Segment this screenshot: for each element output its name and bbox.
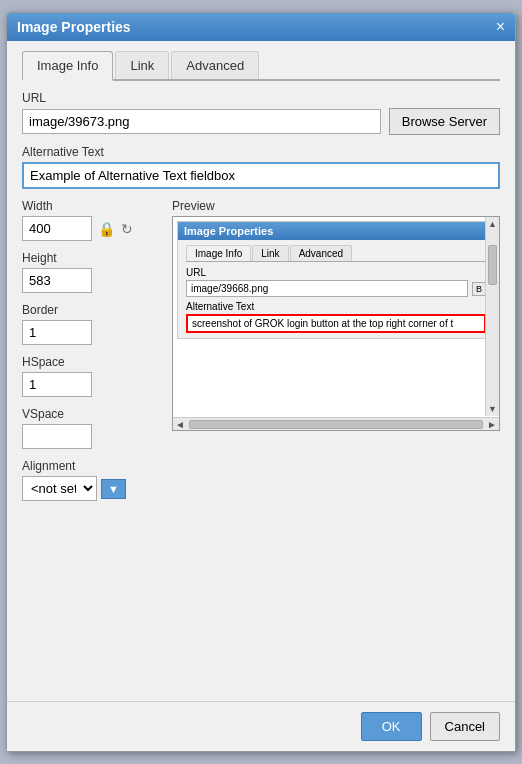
preview-alt-label: Alternative Text [186, 301, 486, 312]
alignment-dropdown-button[interactable]: ▼ [101, 479, 126, 499]
preview-mini-tab-link: Link [252, 245, 288, 261]
preview-vscrollbar[interactable]: ▲ ▼ [485, 217, 499, 416]
tab-image-info[interactable]: Image Info [22, 51, 113, 81]
height-label: Height [22, 251, 152, 265]
image-properties-dialog: Image Properties × Image Info Link Advan… [6, 12, 516, 752]
preview-browse-label: B [472, 282, 486, 296]
refresh-icon[interactable]: ↻ [121, 221, 133, 237]
border-input[interactable] [22, 320, 92, 345]
preview-url-label: URL [186, 267, 486, 278]
close-button[interactable]: × [496, 19, 505, 35]
url-label: URL [22, 91, 500, 105]
vscroll-up-arrow[interactable]: ▲ [486, 217, 499, 231]
alignment-row: <not set> Left Right Top Middle Bottom ▼ [22, 476, 152, 501]
preview-alt-input [186, 314, 486, 333]
preview-wrapper: Image Properties Image Info Link Advance… [172, 216, 500, 431]
alignment-label: Alignment [22, 459, 152, 473]
preview-mini-titlebar: Image Properties [178, 222, 494, 240]
lock-icon[interactable]: 🔒 [98, 221, 115, 237]
tab-link[interactable]: Link [115, 51, 169, 79]
dialog-title: Image Properties [17, 19, 131, 35]
hscroll-right-arrow[interactable]: ► [487, 419, 497, 430]
right-col: Preview Image Properties Image Info Link… [172, 199, 500, 431]
alt-text-section: Alternative Text [22, 145, 500, 189]
hspace-input[interactable] [22, 372, 92, 397]
vscroll-down-arrow[interactable]: ▼ [486, 402, 499, 416]
dialog-titlebar: Image Properties × [7, 13, 515, 41]
preview-mini-tabs: Image Info Link Advanced [186, 245, 486, 262]
preview-mini-body: Image Info Link Advanced URL B Alternati… [178, 240, 494, 338]
vspace-label: VSpace [22, 407, 152, 421]
url-section: URL Browse Server [22, 91, 500, 135]
width-row: 🔒 ↻ [22, 216, 152, 241]
width-label: Width [22, 199, 152, 213]
border-label: Border [22, 303, 152, 317]
preview-mini-tab-advanced: Advanced [290, 245, 352, 261]
preview-label: Preview [172, 199, 500, 213]
alignment-section: Alignment <not set> Left Right Top Middl… [22, 459, 152, 501]
dialog-body: Image Info Link Advanced URL Browse Serv… [7, 41, 515, 701]
preview-hscrollbar[interactable]: ◄ ► [173, 417, 499, 431]
preview-mini-tab-image-info: Image Info [186, 245, 251, 261]
url-row: Browse Server [22, 108, 500, 135]
height-input[interactable] [22, 268, 92, 293]
width-section: Width 🔒 ↻ [22, 199, 152, 241]
vspace-section: VSpace [22, 407, 152, 449]
hscroll-thumb[interactable] [189, 420, 483, 429]
width-input[interactable] [22, 216, 92, 241]
preview-url-input [186, 280, 468, 297]
ok-button[interactable]: OK [361, 712, 422, 741]
height-section: Height [22, 251, 152, 293]
hscroll-left-arrow[interactable]: ◄ [175, 419, 185, 430]
alignment-select[interactable]: <not set> Left Right Top Middle Bottom [22, 476, 97, 501]
browse-server-button[interactable]: Browse Server [389, 108, 500, 135]
hspace-section: HSpace [22, 355, 152, 397]
vspace-input[interactable] [22, 424, 92, 449]
alt-text-input[interactable] [22, 162, 500, 189]
tab-advanced[interactable]: Advanced [171, 51, 259, 79]
cancel-button[interactable]: Cancel [430, 712, 500, 741]
hspace-label: HSpace [22, 355, 152, 369]
dialog-footer: OK Cancel [7, 701, 515, 751]
tab-bar: Image Info Link Advanced [22, 51, 500, 81]
border-section: Border [22, 303, 152, 345]
url-input[interactable] [22, 109, 381, 134]
vscroll-thumb[interactable] [488, 245, 497, 285]
alt-text-label: Alternative Text [22, 145, 500, 159]
preview-mini-dialog: Image Properties Image Info Link Advance… [177, 221, 495, 339]
left-col: Width 🔒 ↻ Height Border [22, 199, 152, 501]
two-col-layout: Width 🔒 ↻ Height Border [22, 199, 500, 501]
